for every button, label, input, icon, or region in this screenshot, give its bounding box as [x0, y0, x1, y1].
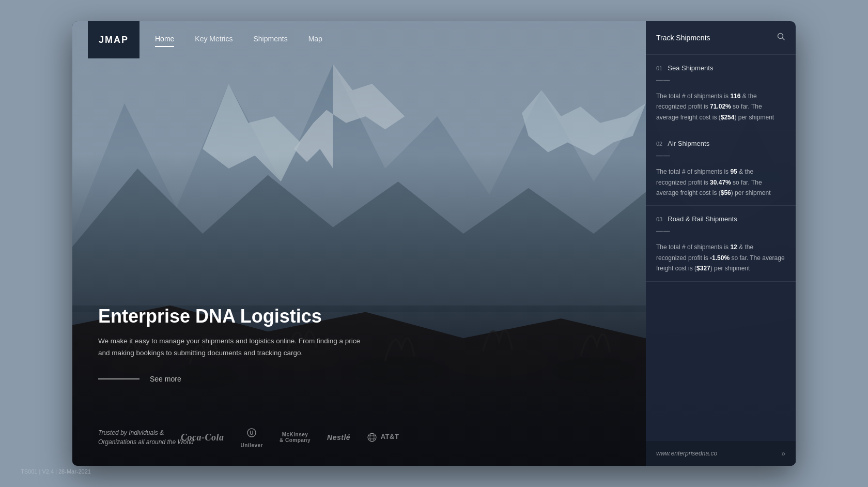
- hero-description: We make it easy to manage your shipments…: [98, 336, 367, 359]
- road-rail-entry-desc: The total # of shipments is 12 & the rec…: [656, 242, 785, 273]
- nav-shipments[interactable]: Shipments: [253, 35, 287, 45]
- svg-point-17: [368, 433, 376, 442]
- air-shipments-entry: 02 Air Shipments ─ ─ The total # of ship…: [646, 130, 796, 206]
- logo: JMAP: [88, 21, 140, 58]
- air-entry-header: 02 Air Shipments: [656, 140, 785, 147]
- track-sidebar: Track Shipments 01 Sea Shipments ─ ─ The…: [646, 21, 796, 466]
- track-footer: www.enterprisedna.co »: [646, 441, 796, 466]
- brand-logos: Coca-Cola U Unilever McKinsey& Company N…: [181, 427, 399, 448]
- footer-url[interactable]: www.enterprisedna.co: [656, 450, 717, 457]
- navigation: JMAP Home Key Metrics Shipments Map: [72, 21, 796, 58]
- brand-att: AT&T: [367, 432, 399, 443]
- air-entry-type: Air Shipments: [668, 140, 709, 147]
- version-bar: TS001 | V2.4 | 28-Mar-2021: [21, 468, 91, 475]
- road-rail-entry-num: 03: [656, 216, 662, 222]
- air-entry-num: 02: [656, 141, 662, 147]
- air-entry-desc: The total # of shipments is 95 & the rec…: [656, 166, 785, 198]
- svg-point-18: [370, 433, 374, 442]
- see-more-button[interactable]: See more: [150, 375, 181, 383]
- hero-content: Enterprise DNA Logistics We make it easy…: [98, 305, 367, 383]
- road-rail-shipments-entry: 03 Road & Rail Shipments ─ ─ The total #…: [646, 206, 796, 281]
- brand-nestle: Nestlé: [327, 433, 350, 442]
- road-rail-entry-dash: ─ ─: [656, 226, 785, 237]
- trusted-footer: Trusted by Individuals & Organizations a…: [72, 409, 223, 466]
- see-more-line: [98, 378, 140, 379]
- sea-entry-num: 01: [656, 65, 662, 71]
- sea-entry-type: Sea Shipments: [668, 64, 713, 72]
- air-entry-dash: ─ ─: [656, 150, 785, 161]
- brand-unilever: U Unilever: [241, 427, 263, 448]
- sea-entry-dash: ─ ─: [656, 75, 785, 86]
- shipment-entries: 01 Sea Shipments ─ ─ The total # of ship…: [646, 55, 796, 441]
- road-rail-entry-header: 03 Road & Rail Shipments: [656, 215, 785, 223]
- see-more-row: See more: [98, 375, 367, 383]
- nav-map[interactable]: Map: [308, 35, 322, 45]
- brand-mckinsey: McKinsey& Company: [280, 432, 311, 443]
- trusted-text: Trusted by Individuals & Organizations a…: [98, 428, 160, 447]
- hero-title: Enterprise DNA Logistics: [98, 305, 367, 327]
- nav-home[interactable]: Home: [155, 35, 174, 45]
- road-rail-entry-type: Road & Rail Shipments: [668, 215, 737, 223]
- sea-shipments-entry: 01 Sea Shipments ─ ─ The total # of ship…: [646, 55, 796, 130]
- brand-coca-cola: Coca-Cola: [181, 432, 224, 443]
- svg-text:U: U: [250, 430, 254, 436]
- nav-key-metrics[interactable]: Key Metrics: [195, 35, 233, 45]
- sea-entry-header: 01 Sea Shipments: [656, 64, 785, 72]
- sea-entry-desc: The total # of shipments is 116 & the re…: [656, 91, 785, 123]
- nav-links: Home Key Metrics Shipments Map: [155, 35, 322, 45]
- logo-text: JMAP: [99, 35, 129, 45]
- footer-arrows: »: [781, 449, 785, 458]
